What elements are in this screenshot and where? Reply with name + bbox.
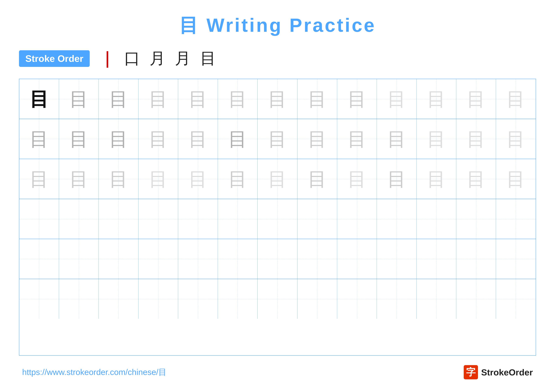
practice-char: 目 bbox=[268, 90, 287, 108]
grid-cell[interactable] bbox=[337, 199, 377, 239]
grid-cell[interactable]: 目 bbox=[377, 159, 416, 199]
grid-cell[interactable]: 目 bbox=[99, 79, 139, 119]
grid-cell[interactable] bbox=[258, 239, 297, 279]
practice-char: 目 bbox=[69, 170, 88, 188]
grid-cell[interactable]: 目 bbox=[456, 79, 496, 119]
grid-cell[interactable] bbox=[496, 279, 536, 319]
grid-cell[interactable] bbox=[99, 279, 139, 319]
stroke-4: 月 bbox=[175, 48, 191, 69]
grid-cell[interactable] bbox=[19, 199, 59, 239]
grid-cell[interactable] bbox=[218, 239, 258, 279]
grid-cell[interactable] bbox=[139, 239, 178, 279]
grid-cell[interactable]: 目 bbox=[19, 79, 59, 119]
grid-cell[interactable]: 目 bbox=[139, 159, 178, 199]
grid-cell[interactable] bbox=[496, 239, 536, 279]
grid-cell[interactable]: 目 bbox=[218, 159, 258, 199]
practice-char: 目 bbox=[347, 90, 366, 108]
grid-cell[interactable]: 目 bbox=[297, 79, 337, 119]
stroke-order-section: Stroke Order ｜ ⼝ 月 月 目 bbox=[19, 48, 536, 69]
grid-cell[interactable] bbox=[456, 279, 496, 319]
grid-cell[interactable]: 目 bbox=[297, 119, 337, 159]
grid-cell[interactable]: 目 bbox=[19, 119, 59, 159]
grid-cell[interactable] bbox=[416, 279, 456, 319]
grid-cell[interactable]: 目 bbox=[218, 79, 258, 119]
grid-cell[interactable]: 目 bbox=[99, 119, 139, 159]
grid-cell[interactable]: 目 bbox=[297, 159, 337, 199]
grid-cell[interactable] bbox=[297, 239, 337, 279]
grid-cell[interactable]: 目 bbox=[456, 119, 496, 159]
title-kanji: 目 bbox=[179, 14, 206, 36]
grid-cell[interactable]: 目 bbox=[377, 79, 416, 119]
grid-cell[interactable]: 目 bbox=[178, 119, 218, 159]
grid-cell[interactable] bbox=[139, 279, 178, 319]
grid-cell[interactable] bbox=[218, 199, 258, 239]
grid-cell[interactable] bbox=[218, 279, 258, 319]
stroke-1: ｜ bbox=[99, 48, 115, 69]
grid-cell[interactable] bbox=[337, 239, 377, 279]
stroke-order-chars: ｜ ⼝ 月 月 目 bbox=[99, 48, 216, 69]
grid-cell[interactable]: 目 bbox=[258, 79, 297, 119]
grid-row-4 bbox=[19, 199, 536, 239]
grid-cell[interactable]: 目 bbox=[377, 119, 416, 159]
practice-char: 目 bbox=[347, 170, 366, 188]
grid-cell[interactable]: 目 bbox=[139, 79, 178, 119]
practice-char: 目 bbox=[467, 170, 486, 188]
grid-cell[interactable]: 目 bbox=[496, 119, 536, 159]
grid-cell[interactable]: 目 bbox=[496, 79, 536, 119]
grid-cell[interactable]: 目 bbox=[139, 119, 178, 159]
practice-char: 目 bbox=[506, 90, 525, 108]
grid-cell[interactable] bbox=[59, 279, 99, 319]
grid-cell[interactable]: 目 bbox=[258, 159, 297, 199]
grid-cell[interactable] bbox=[377, 199, 416, 239]
grid-cell[interactable] bbox=[178, 279, 218, 319]
grid-cell[interactable]: 目 bbox=[218, 119, 258, 159]
practice-char: 目 bbox=[268, 129, 287, 149]
grid-cell[interactable]: 目 bbox=[337, 119, 377, 159]
grid-cell[interactable]: 目 bbox=[258, 119, 297, 159]
grid-cell[interactable] bbox=[297, 199, 337, 239]
grid-cell[interactable]: 目 bbox=[59, 79, 99, 119]
practice-char: 目 bbox=[189, 129, 207, 149]
grid-cell[interactable] bbox=[416, 239, 456, 279]
practice-char: 目 bbox=[149, 129, 168, 149]
grid-cell[interactable]: 目 bbox=[178, 159, 218, 199]
grid-cell[interactable] bbox=[377, 279, 416, 319]
grid-cell[interactable] bbox=[456, 239, 496, 279]
grid-cell[interactable]: 目 bbox=[416, 159, 456, 199]
grid-cell[interactable] bbox=[99, 199, 139, 239]
grid-cell[interactable] bbox=[139, 199, 178, 239]
grid-cell[interactable]: 目 bbox=[178, 79, 218, 119]
grid-cell[interactable] bbox=[19, 239, 59, 279]
practice-char: 目 bbox=[29, 90, 49, 108]
grid-cell[interactable] bbox=[99, 239, 139, 279]
grid-cell[interactable]: 目 bbox=[456, 159, 496, 199]
grid-cell[interactable] bbox=[337, 279, 377, 319]
grid-row-6 bbox=[19, 279, 536, 319]
grid-cell[interactable]: 目 bbox=[337, 159, 377, 199]
grid-cell[interactable] bbox=[258, 199, 297, 239]
grid-cell[interactable]: 目 bbox=[416, 79, 456, 119]
practice-char: 目 bbox=[387, 170, 406, 188]
grid-cell[interactable] bbox=[59, 199, 99, 239]
grid-cell[interactable] bbox=[297, 279, 337, 319]
practice-grid: 目 目 目 目 目 目 目 目 目 bbox=[19, 79, 536, 356]
grid-cell[interactable] bbox=[59, 239, 99, 279]
grid-cell[interactable]: 目 bbox=[416, 119, 456, 159]
grid-cell[interactable] bbox=[178, 199, 218, 239]
grid-cell[interactable]: 目 bbox=[99, 159, 139, 199]
grid-cell[interactable]: 目 bbox=[19, 159, 59, 199]
grid-cell[interactable] bbox=[258, 279, 297, 319]
footer-url[interactable]: https://www.strokeorder.com/chinese/目 bbox=[22, 367, 167, 378]
grid-cell[interactable]: 目 bbox=[59, 159, 99, 199]
page-title: 目 Writing Practice bbox=[19, 13, 536, 38]
grid-cell[interactable] bbox=[377, 239, 416, 279]
grid-cell[interactable]: 目 bbox=[59, 119, 99, 159]
grid-cell[interactable] bbox=[19, 279, 59, 319]
grid-cell[interactable] bbox=[496, 199, 536, 239]
grid-cell[interactable] bbox=[178, 239, 218, 279]
grid-cell[interactable] bbox=[456, 199, 496, 239]
grid-cell[interactable]: 目 bbox=[496, 159, 536, 199]
logo-icon: 字 bbox=[464, 365, 478, 379]
grid-cell[interactable]: 目 bbox=[337, 79, 377, 119]
grid-cell[interactable] bbox=[416, 199, 456, 239]
